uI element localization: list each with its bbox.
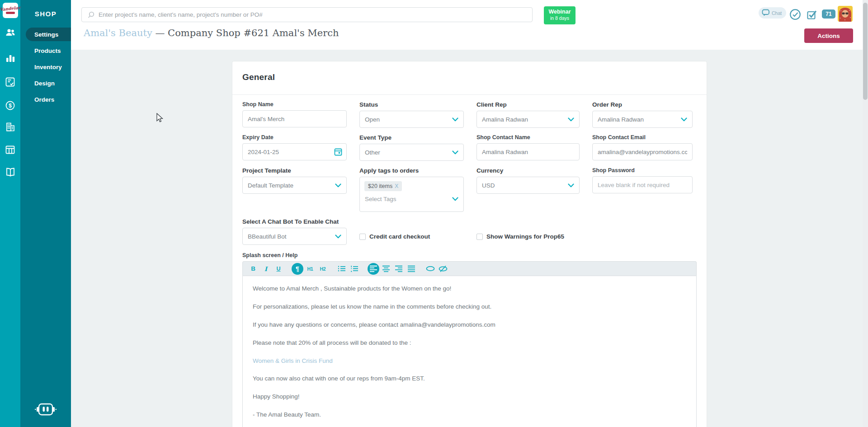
field-apply-tags: Apply tags to orders $20 items X Select … — [359, 167, 464, 212]
client-rep-value: Amalina Radwan — [482, 116, 528, 123]
editor-paragraph: Happy Shopping! — [253, 393, 686, 401]
board-icon[interactable] — [5, 144, 16, 155]
tag-remove-icon[interactable]: X — [395, 183, 398, 189]
link-button[interactable] — [425, 263, 436, 275]
unlink-button[interactable] — [437, 263, 449, 275]
field-shop-password: Shop Password — [592, 167, 693, 212]
tag-20-items[interactable]: $20 items X — [364, 181, 402, 191]
field-shop-name: Shop Name — [242, 101, 347, 128]
paragraph-button[interactable]: ¶ — [292, 263, 303, 275]
tag-label: $20 items — [368, 183, 392, 189]
chatbot-robot-icon[interactable] — [35, 402, 57, 420]
general-settings-card: General Shop Name Status Open — [232, 61, 707, 427]
project-template-value: Default Template — [248, 182, 293, 189]
tags-box: $20 items X Select Tags — [359, 177, 464, 212]
align-left-button[interactable] — [368, 263, 379, 275]
heading1-button[interactable]: H1 — [304, 263, 316, 275]
tags-select[interactable]: Select Tags — [364, 196, 459, 202]
sidebar-item-design[interactable]: Design — [20, 76, 71, 90]
actions-button[interactable]: Actions — [804, 28, 853, 43]
editor-paragraph: - The Amal Beauty Team. — [253, 411, 686, 419]
credit-card-checkbox[interactable] — [359, 234, 366, 240]
event-type-select[interactable]: Other — [359, 144, 464, 161]
chevron-down-icon — [452, 117, 458, 122]
event-type-label: Event Type — [359, 134, 464, 141]
credit-card-checkbox-row[interactable]: Credit card checkout — [359, 233, 464, 240]
shop-password-input[interactable] — [592, 176, 693, 193]
chevron-down-icon — [681, 117, 687, 122]
project-template-label: Project Template — [242, 167, 347, 174]
order-rep-value: Amalina Radwan — [598, 116, 644, 123]
vandelay-logo[interactable]: Vandelay — [3, 3, 18, 18]
users-icon[interactable] — [5, 27, 16, 38]
align-center-button[interactable] — [380, 263, 392, 275]
underline-button[interactable]: U — [273, 263, 284, 275]
webinar-button[interactable]: Webinar in 8 days — [544, 6, 576, 24]
company-icon[interactable] — [5, 121, 16, 133]
shop-name-label: Shop Name — [242, 101, 347, 108]
currency-select[interactable]: USD — [476, 177, 580, 194]
user-avatar[interactable] — [838, 6, 853, 22]
search-input[interactable] — [99, 11, 532, 18]
numbered-list-button[interactable] — [349, 263, 360, 275]
bold-button[interactable]: B — [247, 263, 259, 275]
justify-button[interactable] — [406, 263, 417, 275]
sidebar-item-settings[interactable]: Settings — [26, 28, 71, 41]
page-scrollbar[interactable] — [863, 0, 868, 427]
order-rep-select[interactable]: Amalina Radwan — [592, 111, 693, 128]
field-prop65-warning: Show Warnings for Prop65 — [476, 218, 580, 245]
field-client-rep: Client Rep Amalina Radwan — [476, 101, 580, 128]
project-template-select[interactable]: Default Template — [242, 177, 347, 194]
prop65-checkbox[interactable] — [476, 234, 483, 240]
editor-paragraph: Please note that 20% of all process will… — [253, 339, 686, 347]
notification-badge[interactable]: 71 — [822, 9, 835, 19]
client-link[interactable]: Amal's Beauty — [84, 28, 152, 38]
editor-paragraph: Welcome to Amal Merch , Sustainable prod… — [253, 285, 686, 293]
splash-section: Splash screen / Help B I U ¶ H1 H2 — [232, 245, 707, 427]
field-credit-card-checkout: Credit card checkout — [359, 218, 464, 245]
expiry-date-input[interactable] — [242, 143, 347, 160]
task-check-icon[interactable] — [806, 9, 818, 20]
italic-button[interactable]: I — [260, 263, 272, 275]
chat-bot-select[interactable]: BBeautiful Bot — [242, 228, 347, 245]
editor-link-paragraph[interactable]: Women & Girls in Crisis Fund — [253, 357, 686, 365]
sidebar-item-orders[interactable]: Orders — [20, 93, 71, 106]
general-form: Shop Name Status Open Client Rep Am — [232, 95, 707, 245]
shop-password-label: Shop Password — [592, 167, 693, 174]
calendar-icon[interactable] — [334, 147, 343, 156]
currency-label: Currency — [476, 167, 580, 174]
order-form-icon[interactable] — [5, 76, 16, 88]
shop-name-input[interactable] — [242, 110, 347, 127]
catalog-book-icon[interactable] — [5, 166, 16, 178]
client-rep-select[interactable]: Amalina Radwan — [476, 111, 580, 128]
bullet-list-button[interactable] — [336, 263, 348, 275]
client-rep-label: Client Rep — [476, 101, 580, 108]
heading2-button[interactable]: H2 — [317, 263, 329, 275]
webinar-title: Webinar — [544, 9, 576, 15]
finance-dollar-icon[interactable]: $ — [5, 99, 16, 111]
editor-toolbar: B I U ¶ H1 H2 — [242, 261, 697, 276]
chevron-down-icon — [568, 117, 574, 122]
editor-paragraph: If you have any questions or concerns, p… — [253, 321, 686, 329]
logo-text: Vandelay — [0, 6, 21, 12]
shop-contact-email-input[interactable] — [592, 143, 693, 160]
chevron-down-icon — [452, 197, 458, 201]
splash-editor[interactable]: Welcome to Amal Merch , Sustainable prod… — [242, 276, 697, 427]
field-status: Status Open — [359, 101, 464, 128]
field-order-rep: Order Rep Amalina Radwan — [592, 101, 693, 128]
tags-select-placeholder: Select Tags — [365, 196, 396, 202]
clock-check-icon[interactable] — [789, 9, 801, 20]
prop65-checkbox-row[interactable]: Show Warnings for Prop65 — [476, 233, 580, 240]
shop-contact-name-input[interactable] — [476, 143, 580, 160]
sidebar-menu: Settings Products Inventory Design Order… — [20, 28, 71, 109]
sidebar-item-products[interactable]: Products — [20, 44, 71, 57]
sidebar-item-inventory[interactable]: Inventory — [20, 60, 71, 74]
chat-bot-label: Select A Chat Bot To Enable Chat — [242, 218, 347, 225]
expiry-date-label: Expiry Date — [242, 134, 347, 141]
scrollbar-thumb[interactable] — [863, 3, 868, 100]
bar-chart-icon[interactable] — [5, 53, 16, 65]
status-select[interactable]: Open — [359, 111, 464, 128]
chat-button[interactable]: Chat — [759, 7, 786, 19]
align-right-button[interactable] — [393, 263, 405, 275]
chat-label: Chat — [772, 10, 782, 16]
